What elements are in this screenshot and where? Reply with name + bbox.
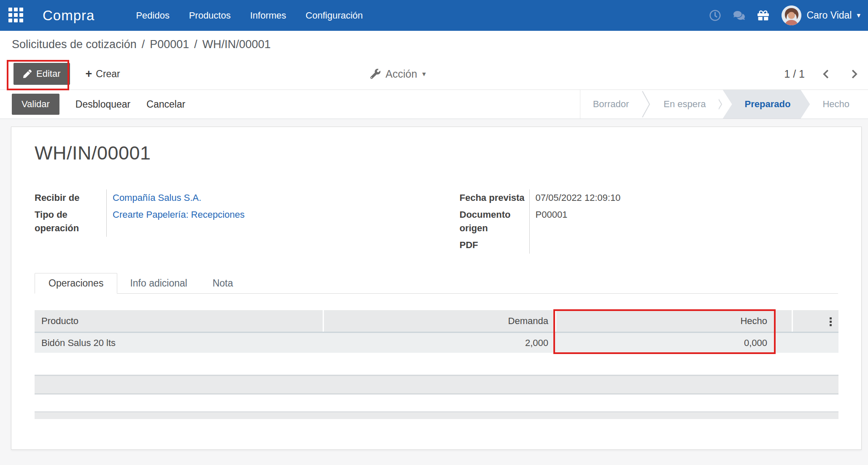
chevron-down-icon: ▾ bbox=[422, 70, 426, 78]
breadcrumb-separator: / bbox=[142, 38, 145, 51]
cell-demanda[interactable]: 2,000 bbox=[323, 332, 555, 353]
step-separator-icon bbox=[642, 90, 651, 119]
menu-pedidos[interactable]: Pedidos bbox=[136, 10, 170, 21]
field-value-tipo-operacion[interactable]: Crearte Papelería: Recepciones bbox=[113, 209, 245, 220]
field-group-right: Fecha prevista 07/05/2022 12:09:10 Docum… bbox=[460, 189, 838, 254]
document-sheet: WH/IN/00001 Recibir de Compañía Salus S.… bbox=[11, 127, 862, 450]
create-button-label: Crear bbox=[96, 68, 120, 80]
column-options-icon[interactable] bbox=[830, 317, 832, 326]
step-en-espera[interactable]: En espera bbox=[651, 90, 718, 119]
column-header-hecho[interactable]: Hecho bbox=[555, 310, 774, 332]
cell-blank bbox=[774, 332, 792, 353]
wrench-icon bbox=[370, 69, 380, 79]
workflow-steps: Borrador En espera Preparado Hecho bbox=[580, 90, 868, 119]
step-borrador[interactable]: Borrador bbox=[580, 90, 642, 119]
gift-icon[interactable] bbox=[757, 10, 769, 21]
action-menu-label: Acción bbox=[385, 68, 417, 80]
operations-table: Producto Demanda Hecho Bidón Salus 20 lt… bbox=[35, 310, 838, 353]
field-label-tipo-operacion: Tipo de operación bbox=[35, 206, 106, 237]
pencil-icon bbox=[23, 70, 32, 78]
menu-configuracion[interactable]: Configuración bbox=[306, 10, 363, 21]
edit-button-label: Editar bbox=[36, 68, 60, 79]
control-panel: Editar + Crear Acción ▾ 1 / 1 bbox=[0, 58, 868, 90]
field-label-recibir-de: Recibir de bbox=[35, 189, 106, 206]
pager-previous-icon[interactable] bbox=[823, 69, 832, 78]
validate-button[interactable]: Validar bbox=[12, 94, 59, 115]
column-header-producto[interactable]: Producto bbox=[35, 310, 323, 332]
plus-icon: + bbox=[85, 68, 92, 80]
field-label-documento-origen: Documento origen bbox=[460, 206, 529, 237]
top-navbar: Compra Pedidos Productos Informes Config… bbox=[0, 0, 868, 31]
breadcrumb-item-current: WH/IN/00001 bbox=[202, 38, 271, 51]
statusbar-buttons: Validar Desbloquear Cancelar bbox=[0, 90, 185, 119]
user-name: Caro Vidal bbox=[806, 10, 852, 21]
messages-chat-icon[interactable] bbox=[733, 10, 745, 21]
app-name[interactable]: Compra bbox=[43, 8, 94, 24]
user-avatar bbox=[782, 5, 801, 25]
pager-next-icon[interactable] bbox=[849, 69, 857, 78]
cancel-button[interactable]: Cancelar bbox=[146, 99, 185, 110]
field-value-fecha-prevista: 07/05/2022 12:09:10 bbox=[529, 189, 838, 206]
apps-grid-icon[interactable] bbox=[8, 8, 24, 23]
empty-list-band bbox=[35, 375, 838, 395]
tab-info-adicional[interactable]: Info adicional bbox=[117, 273, 200, 293]
pager-value[interactable]: 1 / 1 bbox=[784, 68, 805, 80]
user-menu[interactable]: Caro Vidal ▾ bbox=[782, 5, 860, 25]
step-preparado-active[interactable]: Preparado bbox=[723, 90, 810, 119]
navbar-systray: Caro Vidal ▾ bbox=[709, 5, 860, 25]
tab-bar: Operaciones Info adicional Nota bbox=[35, 273, 838, 294]
column-header-blank bbox=[774, 310, 792, 332]
step-separator-icon bbox=[719, 90, 723, 119]
chevron-down-icon: ▾ bbox=[857, 12, 860, 19]
column-header-options bbox=[792, 310, 838, 332]
empty-list-band-thin bbox=[35, 411, 838, 419]
form-statusbar: Validar Desbloquear Cancelar Borrador En… bbox=[0, 90, 868, 119]
main-menu: Pedidos Productos Informes Configuración bbox=[136, 10, 363, 21]
cell-producto[interactable]: Bidón Salus 20 lts bbox=[35, 332, 323, 353]
step-hecho[interactable]: Hecho bbox=[810, 90, 862, 119]
action-menu-button[interactable]: Acción ▾ bbox=[370, 68, 426, 80]
field-groups: Recibir de Compañía Salus S.A. Tipo de o… bbox=[35, 189, 838, 254]
field-value-recibir-de[interactable]: Compañía Salus S.A. bbox=[113, 192, 201, 203]
cell-options bbox=[792, 332, 838, 353]
menu-informes[interactable]: Informes bbox=[250, 10, 286, 21]
field-group-left: Recibir de Compañía Salus S.A. Tipo de o… bbox=[35, 189, 413, 254]
create-button[interactable]: + Crear bbox=[85, 68, 120, 80]
notebook: Operaciones Info adicional Nota bbox=[35, 273, 838, 294]
field-label-pdf: PDF bbox=[460, 237, 529, 254]
table-header-row: Producto Demanda Hecho bbox=[35, 310, 838, 332]
table-row[interactable]: Bidón Salus 20 lts 2,000 0,000 bbox=[35, 332, 838, 353]
field-value-documento-origen: P00001 bbox=[529, 206, 838, 237]
document-title: WH/IN/00001 bbox=[35, 142, 838, 164]
breadcrumb-separator: / bbox=[194, 38, 197, 51]
form-view-area: WH/IN/00001 Recibir de Compañía Salus S.… bbox=[0, 119, 868, 465]
field-value-pdf bbox=[529, 237, 838, 254]
edit-button[interactable]: Editar bbox=[13, 63, 70, 85]
breadcrumb: Solicitudes de cotización / P00001 / WH/… bbox=[0, 31, 868, 58]
unlock-button[interactable]: Desbloquear bbox=[75, 99, 130, 110]
breadcrumb-item-solicitudes[interactable]: Solicitudes de cotización bbox=[12, 38, 137, 51]
field-label-fecha-prevista: Fecha prevista bbox=[460, 189, 529, 206]
tab-operaciones[interactable]: Operaciones bbox=[35, 273, 117, 294]
menu-productos[interactable]: Productos bbox=[189, 10, 231, 21]
pager: 1 / 1 bbox=[784, 68, 856, 80]
column-header-demanda[interactable]: Demanda bbox=[323, 310, 555, 332]
tab-nota[interactable]: Nota bbox=[200, 273, 246, 293]
breadcrumb-item-p00001[interactable]: P00001 bbox=[150, 38, 189, 51]
activities-clock-icon[interactable] bbox=[709, 10, 721, 21]
cell-hecho[interactable]: 0,000 bbox=[555, 332, 774, 353]
